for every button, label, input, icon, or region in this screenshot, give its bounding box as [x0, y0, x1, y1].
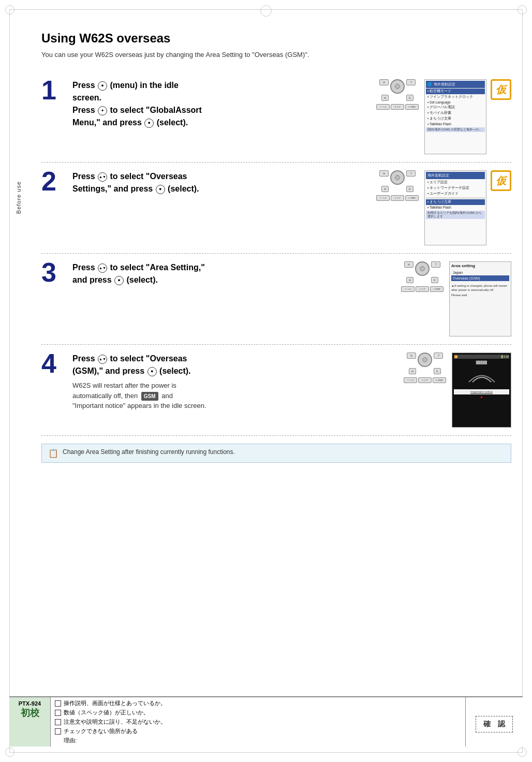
- step-1-screen-icon: 🌐: [427, 82, 432, 86]
- step3-overseas: Overseas (GSM): [451, 275, 509, 281]
- step-1-content: Press ● (menu) in the idle screen. Press…: [72, 79, 375, 132]
- step-2-select-text: to select "Overseas: [110, 172, 187, 181]
- step2-item-4: TalkMan Flash: [426, 205, 485, 210]
- step-3-nav-btn: ▲▼: [98, 263, 107, 273]
- main-content: Using W62S overseas You can use your W62…: [41, 31, 511, 483]
- step4-back: ◁ ペス: [404, 377, 417, 383]
- step3-clear: クリア: [416, 286, 429, 292]
- step2-back: ◁ ペス: [376, 195, 390, 201]
- step4-sub4: "Important notice" appears in the idle s…: [72, 402, 206, 409]
- bottom-middle-cell: 操作説明、画面が仕様とあっているか。 数値（スペック値）が正しいか。 注意文や説…: [51, 697, 466, 746]
- step-2-nav-btn: ▲▼: [98, 172, 107, 182]
- step2-phone-mail: ✉: [379, 170, 389, 177]
- step-1-menu-label: (menu) in the idle: [110, 81, 179, 90]
- step4-pwr: ↩ PWR: [433, 377, 446, 383]
- checkbox-3[interactable]: [55, 728, 61, 735]
- step-3-press: Press: [72, 263, 97, 272]
- border-top: [9, 9, 523, 10]
- step-4-phone: ✉ ア ✉ E ◁ ペス クリア ↩ PWR: [402, 353, 448, 383]
- step-4-select-label: (select).: [159, 367, 190, 375]
- step-1-text: Press ● (menu) in the idle screen. Press…: [72, 79, 375, 129]
- step2-item-2: ユーザーズガイド: [426, 191, 485, 197]
- check-reason: 理由:: [55, 737, 461, 744]
- step-3-and-press: and press: [72, 275, 114, 284]
- step-4-sub: W62S will restart after the power is aut…: [72, 380, 402, 411]
- step-3-content: Press ▲▼ to select "Area Setting," and p…: [72, 261, 400, 289]
- step4-status-bar: 📶🔋2:30: [454, 355, 509, 359]
- step4-app: ア: [434, 353, 443, 359]
- phone-btn-back: ◁ ペス: [376, 104, 390, 110]
- step-1-screen-header: 🌐 海外渡航設定: [426, 81, 485, 88]
- step2-clear: クリア: [391, 195, 404, 201]
- checkbox-0[interactable]: [55, 700, 61, 707]
- step-2-text: Press ▲▼ to select "Overseas Settings," …: [72, 170, 375, 195]
- check-item-1: 数値（スペック値）が正しいか。: [55, 709, 461, 716]
- checkbox-1[interactable]: [55, 710, 61, 716]
- check-label-3: チェックできない箇所がある: [64, 727, 138, 735]
- step-3-text: Press ▲▼ to select "Area Setting," and p…: [72, 261, 400, 286]
- step2-pwr: ↩ PWR: [405, 195, 419, 201]
- check-label-1: 数値（スペック値）が正しいか。: [64, 709, 149, 716]
- step-1-item-2: Set Language: [426, 100, 485, 105]
- checkbox-2[interactable]: [55, 719, 61, 725]
- step-1-menu-btn: ●: [98, 81, 107, 91]
- step-1-select-btn: ●: [144, 119, 154, 128]
- phone-nav-pad: [390, 79, 405, 94]
- border-left: [9, 9, 10, 753]
- bottom-table: PTX-924 初校 操作説明、画面が仕様とあっているか。 数値（スペック値）が…: [9, 696, 523, 746]
- step-2-screen-footer: 利用するエリアを国内/海外 (GSM) から選択します: [426, 211, 485, 219]
- step-2-screen-title: 海外直航設定: [427, 173, 449, 178]
- subtitle: You can use your W62S overseas just by c…: [41, 51, 511, 58]
- step-4-content: Press ▲▼ to select "Overseas (GSM)," and…: [72, 353, 402, 411]
- phone-btn-e: E: [406, 95, 413, 101]
- note-text: Change Area Setting after finishing curr…: [63, 448, 235, 456]
- step-2-screen: 海外直航設定 エリア設定 ネットワークサーチ設定 ユーザーズガイド まちうけ文庫…: [424, 170, 486, 245]
- step-3-images: ✉ ア ✉ E ◁ ペス クリア ↩ PWR: [400, 261, 511, 336]
- step2-phone-app: ア: [406, 170, 416, 177]
- step-1-item-1: ツインプラネットクロック: [426, 94, 485, 100]
- bottom-left-cell: PTX-924 初校: [9, 697, 51, 746]
- step-2-phone: ✉ ア ✉ E ◁ ペス クリア ↩ PWR: [375, 170, 420, 201]
- step3-e: E: [431, 277, 438, 283]
- step-2-stamp: 仮: [491, 170, 511, 191]
- step3-screen-title: Area setting: [451, 263, 509, 268]
- step3-back: ◁ ペス: [401, 286, 415, 292]
- step-1-press2: Press: [72, 106, 97, 114]
- step-1-nav-btn: ✦: [98, 106, 107, 115]
- step-4-select-btn: ●: [147, 367, 157, 376]
- step-1-number: 1: [41, 77, 67, 104]
- confirm-label: 確 認: [476, 716, 513, 732]
- phone-btn-mail2: ✉: [381, 95, 389, 101]
- sidebar-label: Before use: [16, 181, 22, 214]
- phone-btn-clear: クリア: [391, 104, 404, 110]
- step-1-press: Press: [72, 81, 95, 90]
- step-3-screen: Area setting Japan Overseas (GSM) ▲If se…: [449, 261, 511, 336]
- phone-bottom-row: ◁ ペス クリア ↩ PWR: [376, 104, 419, 110]
- top-center-decoration: [260, 5, 272, 17]
- step-1-menu-text: Menu," and press: [72, 118, 144, 127]
- step-1-screen-label: screen.: [72, 93, 101, 102]
- phone-btn-pwr: ↩ PWR: [405, 104, 419, 110]
- step-4-gsm: (GSM)," and press: [72, 367, 147, 375]
- step-3-number: 3: [41, 259, 67, 286]
- note-icon: 📋: [48, 448, 58, 458]
- step-4-screen: 📶🔋2:30 █████ Important notice ▲: [452, 353, 511, 428]
- step4-sub1: W62S will restart after the power is: [72, 382, 176, 389]
- step2-item-0: エリア設定: [426, 180, 485, 185]
- school-label: 初校: [14, 707, 45, 719]
- check-label-0: 操作説明、画面が仕様とあっているか。: [64, 699, 166, 707]
- step-2-select-label: (select).: [168, 184, 199, 193]
- step-2-press: Press: [72, 172, 97, 181]
- step-4-images: ✉ ア ✉ E ◁ ペス クリア ↩ PWR: [402, 353, 511, 428]
- bottom-right-cell: 確 認: [466, 697, 523, 746]
- step2-item-3: まちうけ文庫: [426, 199, 485, 205]
- step3-nav: [415, 261, 430, 276]
- step-2-number: 2: [41, 168, 67, 195]
- step-2-images: ✉ ア ✉ E ◁ ペス クリア ↩ PWR: [375, 170, 511, 245]
- step4-mail2: ✉: [409, 368, 416, 374]
- step4-e: E: [434, 368, 441, 374]
- step2-nav-pad: [390, 170, 405, 185]
- step-4-select-text: to select "Overseas: [110, 354, 187, 363]
- step4-curve: [454, 367, 509, 385]
- step3-note: ▲If setting is changed, phone will resta…: [451, 284, 509, 292]
